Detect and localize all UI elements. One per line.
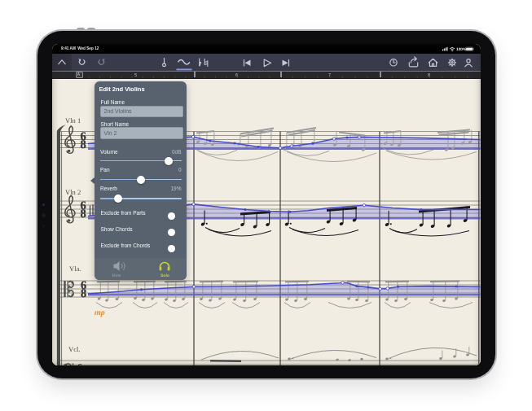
svg-text:Vln 2: Vln 2: [65, 188, 81, 196]
svg-text:8: 8: [80, 208, 86, 221]
svg-text:mp: mp: [95, 308, 105, 317]
svg-text:8: 8: [81, 287, 86, 300]
svg-text:Mute: Mute: [112, 273, 121, 278]
svg-text:Vln 1: Vln 1: [65, 116, 81, 125]
svg-text:Vla.: Vla.: [69, 265, 81, 273]
svg-text:6: 6: [77, 361, 82, 365]
svg-text:Solo: Solo: [160, 273, 169, 278]
svg-text:Vcl.: Vcl.: [68, 345, 80, 353]
svg-text:8: 8: [80, 138, 86, 151]
